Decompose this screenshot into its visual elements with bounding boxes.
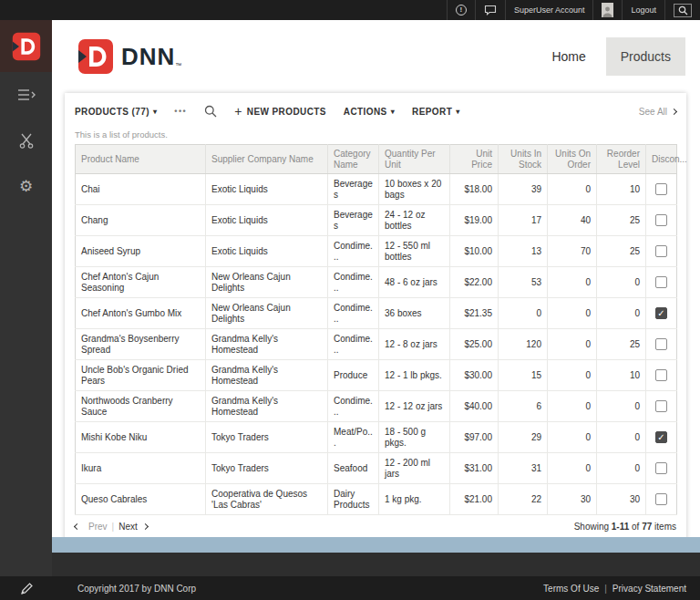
cell-units-on-order: 0 bbox=[548, 422, 597, 453]
cell-supplier: Cooperativa de Quesos 'Las Cabras' bbox=[206, 484, 328, 515]
cell-unit-price: $21.35 bbox=[450, 298, 499, 329]
search-button[interactable] bbox=[204, 105, 217, 118]
sidebar-logo[interactable] bbox=[0, 20, 52, 72]
cell-product: Uncle Bob's Organic Dried Pears bbox=[76, 360, 206, 391]
account-menu-button[interactable]: SuperUser Account bbox=[505, 0, 593, 20]
cell-reorder-level: 0 bbox=[597, 453, 646, 484]
dnn-logo[interactable]: DNN™ bbox=[77, 38, 181, 75]
table-row: Aniseed SyrupExotic LiquidsCondime...12 … bbox=[76, 236, 677, 267]
cell-reorder-level: 25 bbox=[597, 236, 646, 267]
messages-button[interactable] bbox=[475, 0, 505, 20]
prev-button[interactable]: Prev bbox=[88, 522, 108, 532]
cell-units-in-stock: 120 bbox=[499, 329, 548, 360]
cell-units-on-order: 0 bbox=[548, 298, 597, 329]
table-row: Queso CabralesCooperativa de Quesos 'Las… bbox=[76, 484, 677, 515]
table-row: Mishi Kobe NikuTokyo TradersMeat/Po...18… bbox=[76, 422, 677, 453]
cell-product: Grandma's Boysenberry Spread bbox=[76, 329, 206, 360]
cell-product: Chef Anton's Cajun Seasoning bbox=[76, 267, 206, 298]
discontinued-checkbox[interactable] bbox=[655, 214, 667, 226]
sidebar-item-content[interactable] bbox=[0, 72, 52, 118]
plus-icon: + bbox=[234, 104, 242, 119]
showing-summary: Showing 1-11 of 77 items bbox=[574, 522, 676, 532]
topbar: ! SuperUser Account Logout bbox=[0, 0, 700, 20]
column-header-unit-price[interactable]: Unit Price bbox=[450, 145, 499, 174]
main-nav: Home Products bbox=[551, 37, 685, 76]
cell-discontinued bbox=[646, 453, 677, 484]
column-header-units-in-stock[interactable]: Units In Stock bbox=[499, 145, 548, 174]
more-options-button[interactable]: ••• bbox=[174, 107, 187, 116]
discontinued-checkbox[interactable] bbox=[655, 369, 667, 381]
column-header-reorder-level[interactable]: Reorder Level bbox=[597, 145, 646, 174]
cell-product: Mishi Kobe Niku bbox=[76, 422, 206, 453]
cell-category: Condime... bbox=[328, 267, 379, 298]
column-header-quantity-per-unit[interactable]: Quantity Per Unit bbox=[379, 145, 450, 174]
cell-quantity: 12 - 12 oz jars bbox=[379, 391, 450, 422]
cell-discontinued bbox=[646, 298, 677, 329]
table-row: Chef Anton's Gumbo MixNew Orleans Cajun … bbox=[76, 298, 677, 329]
see-all-link[interactable]: See All bbox=[639, 107, 676, 117]
nav-products[interactable]: Products bbox=[606, 37, 685, 76]
cell-quantity: 12 - 550 ml bottles bbox=[379, 236, 450, 267]
cell-discontinued bbox=[646, 236, 677, 267]
nav-home[interactable]: Home bbox=[551, 49, 585, 64]
column-header-category-name[interactable]: Category Name bbox=[328, 145, 379, 174]
discontinued-checkbox[interactable] bbox=[655, 307, 667, 319]
cell-quantity: 10 boxes x 20 bags bbox=[379, 174, 450, 205]
cell-discontinued bbox=[646, 391, 677, 422]
caret-down-icon: ▾ bbox=[391, 108, 395, 116]
cell-supplier: Exotic Liquids bbox=[206, 174, 328, 205]
topbar-search-button[interactable] bbox=[664, 0, 700, 20]
privacy-link[interactable]: Privacy Statement bbox=[612, 584, 686, 594]
sidebar-item-tools[interactable] bbox=[0, 118, 52, 163]
discontinued-checkbox[interactable] bbox=[655, 493, 667, 505]
chevron-left-icon bbox=[74, 523, 80, 530]
cell-units-on-order: 0 bbox=[548, 174, 597, 205]
cell-reorder-level: 25 bbox=[597, 205, 646, 236]
discontinued-checkbox[interactable] bbox=[655, 462, 667, 474]
cell-units-on-order: 0 bbox=[548, 329, 597, 360]
discontinued-checkbox[interactable] bbox=[655, 431, 667, 443]
column-header-supplier-company-name[interactable]: Supplier Company Name bbox=[206, 145, 328, 174]
sidebar-item-settings[interactable]: ⚙ bbox=[0, 163, 52, 209]
actions-dropdown[interactable]: ACTIONS ▾ bbox=[344, 107, 395, 117]
cell-product: Chef Anton's Gumbo Mix bbox=[76, 298, 206, 329]
cell-category: Meat/Po... bbox=[328, 422, 379, 453]
next-button[interactable]: Next bbox=[118, 522, 138, 532]
discontinued-checkbox[interactable] bbox=[655, 400, 667, 412]
column-header-product-name[interactable]: Product Name bbox=[76, 145, 206, 174]
discontinued-checkbox[interactable] bbox=[655, 338, 667, 350]
cell-units-in-stock: 15 bbox=[499, 360, 548, 391]
cell-unit-price: $25.00 bbox=[450, 329, 499, 360]
copyright-text: Copyright 2017 by DNN Corp bbox=[77, 584, 196, 594]
products-table: Product NameSupplier Company NameCategor… bbox=[75, 144, 677, 515]
report-dropdown[interactable]: REPORT ▾ bbox=[412, 107, 460, 117]
cell-units-in-stock: 39 bbox=[499, 174, 548, 205]
cell-supplier: Exotic Liquids bbox=[206, 236, 328, 267]
dnn-mini-logo-icon bbox=[12, 32, 41, 61]
main-area: DNN™ Home Products PRODUCTS (77) ▾ ••• bbox=[52, 20, 700, 600]
logout-button[interactable]: Logout bbox=[622, 0, 664, 20]
pager-separator: | bbox=[112, 522, 115, 532]
showing-of: of bbox=[632, 522, 639, 532]
search-icon bbox=[204, 105, 217, 118]
discontinued-checkbox[interactable] bbox=[655, 245, 667, 257]
new-products-button[interactable]: + NEW PRODUCTS bbox=[234, 104, 326, 119]
notifications-button[interactable]: ! bbox=[447, 0, 475, 20]
discontinued-checkbox[interactable] bbox=[655, 183, 667, 195]
cell-reorder-level: 0 bbox=[597, 422, 646, 453]
showing-total: 77 bbox=[642, 522, 652, 532]
table-row: Northwoods Cranberry SauceGrandma Kelly'… bbox=[76, 391, 677, 422]
discontinued-checkbox[interactable] bbox=[655, 276, 667, 288]
cell-discontinued bbox=[646, 174, 677, 205]
cell-category: Beverages bbox=[328, 205, 379, 236]
column-header-discon[interactable]: Discon... bbox=[646, 145, 677, 174]
chevron-right-icon bbox=[142, 523, 149, 530]
page: DNN™ Home Products PRODUCTS (77) ▾ ••• bbox=[52, 20, 700, 537]
edit-page-button[interactable] bbox=[20, 582, 34, 595]
terms-link[interactable]: Terms Of Use bbox=[543, 584, 599, 594]
avatar[interactable] bbox=[592, 0, 622, 20]
cell-units-in-stock: 17 bbox=[499, 205, 548, 236]
cell-category: Seafood bbox=[328, 453, 379, 484]
products-dropdown[interactable]: PRODUCTS (77) ▾ bbox=[75, 107, 157, 117]
column-header-units-on-order[interactable]: Units On Order bbox=[548, 145, 597, 174]
